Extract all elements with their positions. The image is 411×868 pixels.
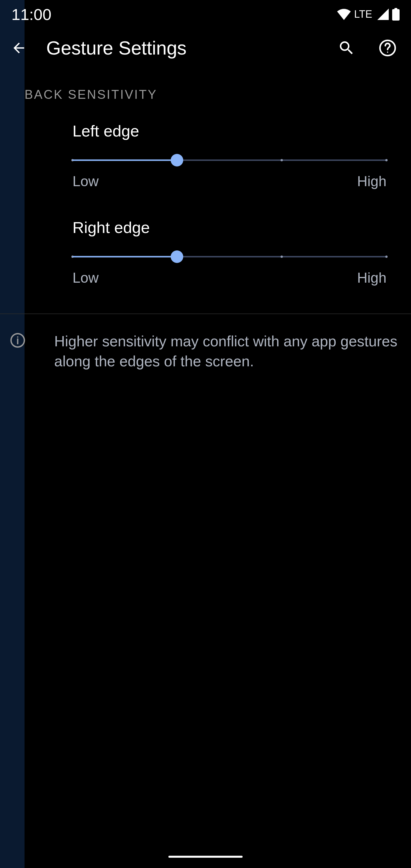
slider-thumb[interactable] xyxy=(171,250,183,263)
battery-icon xyxy=(392,8,400,21)
slider-tick xyxy=(385,159,388,161)
header-actions xyxy=(337,39,397,57)
back-button[interactable] xyxy=(8,38,29,58)
info-section: Higher sensitivity may conflict with any… xyxy=(0,314,411,382)
content: BACK SENSITIVITY Left edge Low High Righ… xyxy=(0,76,411,382)
svg-rect-0 xyxy=(392,9,400,21)
right-edge-slider-group: Right edge Low High xyxy=(0,212,411,309)
slider-thumb[interactable] xyxy=(171,154,183,166)
section-header: BACK SENSITIVITY xyxy=(0,76,411,116)
page-title: Gesture Settings xyxy=(46,37,320,59)
slider-high-label: High xyxy=(357,270,386,286)
status-time: 11:00 xyxy=(11,5,51,24)
slider-low-label: Low xyxy=(72,270,99,286)
arrow-back-icon xyxy=(11,40,27,56)
svg-point-3 xyxy=(387,52,388,53)
status-icons: LTE xyxy=(337,8,400,21)
slider-range-labels: Low High xyxy=(72,270,386,286)
help-icon xyxy=(378,38,397,57)
slider-fill xyxy=(72,256,177,257)
left-edge-label: Left edge xyxy=(72,122,386,140)
slider-range-labels: Low High xyxy=(72,173,386,190)
lte-label: LTE xyxy=(354,8,372,20)
status-bar: 11:00 LTE xyxy=(0,0,411,29)
info-text: Higher sensitivity may conflict with any… xyxy=(54,331,400,371)
left-edge-slider[interactable] xyxy=(72,156,386,164)
svg-rect-1 xyxy=(394,8,397,10)
wifi-icon xyxy=(337,8,351,20)
slider-tick xyxy=(385,255,388,258)
help-button[interactable] xyxy=(378,39,397,57)
left-edge-slider-group: Left edge Low High xyxy=(0,116,411,212)
slider-tick xyxy=(281,255,283,258)
cellular-signal-icon xyxy=(377,8,389,20)
right-edge-label: Right edge xyxy=(72,218,386,237)
header: Gesture Settings xyxy=(0,29,411,76)
svg-point-6 xyxy=(17,336,19,338)
nav-home-indicator[interactable] xyxy=(168,856,243,858)
slider-high-label: High xyxy=(357,173,386,190)
info-icon xyxy=(10,332,26,348)
search-icon xyxy=(338,39,355,57)
slider-low-label: Low xyxy=(72,173,99,190)
search-button[interactable] xyxy=(337,39,356,57)
slider-tick xyxy=(281,159,283,161)
slider-fill xyxy=(72,160,177,161)
right-edge-slider[interactable] xyxy=(72,252,386,261)
